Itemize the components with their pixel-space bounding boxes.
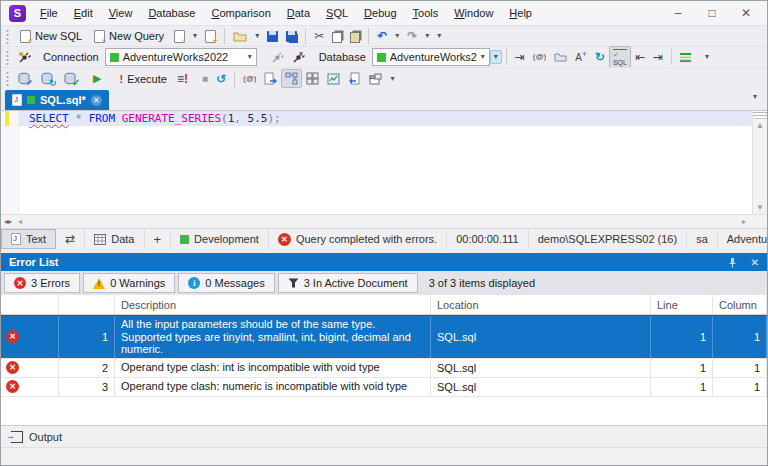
- error-row-2[interactable]: ✕ 2 Operand type clash: int is incompati…: [1, 359, 767, 378]
- filter-warnings-button[interactable]: 0 Warnings: [83, 273, 175, 293]
- maximize-button[interactable]: □: [695, 2, 729, 24]
- run-button[interactable]: ▶: [89, 69, 105, 88]
- close-button[interactable]: ✕: [729, 2, 763, 24]
- error-row-3[interactable]: ✕ 3 Operand type clash: numeric is incom…: [1, 378, 767, 397]
- database-options-dropdown[interactable]: ▾: [490, 50, 502, 64]
- format-sql-button[interactable]: ✓SQL: [609, 46, 631, 69]
- col-number[interactable]: [59, 295, 115, 314]
- menu-data[interactable]: Data: [280, 4, 317, 22]
- new-item-button[interactable]: ✦: [201, 27, 220, 46]
- connect-button[interactable]: [267, 48, 288, 67]
- execute-button[interactable]: ! Execute: [113, 70, 172, 88]
- scroll-right-icon[interactable]: ▸: [742, 217, 746, 226]
- toolbar-grip[interactable]: [5, 71, 10, 86]
- query-plan-button[interactable]: [281, 69, 302, 88]
- history-button[interactable]: ↺: [212, 70, 230, 88]
- bookmarks-button[interactable]: [550, 49, 571, 65]
- import-document-button[interactable]: [344, 69, 365, 88]
- vertical-scrollbar[interactable]: ▲ ▼: [752, 111, 767, 214]
- error-row-1[interactable]: ✕ 1 All the input parameters should be o…: [1, 315, 767, 359]
- tab-close-icon[interactable]: ✕: [91, 95, 102, 106]
- add-view-button[interactable]: +: [145, 229, 172, 249]
- layout-button[interactable]: [302, 69, 323, 88]
- new-window-button[interactable]: [365, 70, 386, 88]
- horizontal-scrollbar[interactable]: ◂▸ ◂ ▸: [1, 214, 767, 228]
- environment-indicator[interactable]: Development: [171, 229, 269, 249]
- swap-view-button[interactable]: ⇄: [56, 229, 85, 249]
- menu-sql[interactable]: SQL: [319, 4, 355, 22]
- col-location[interactable]: Location: [431, 295, 651, 314]
- split-handle-icon[interactable]: ◂▸: [4, 217, 12, 226]
- menu-help[interactable]: Help: [502, 4, 539, 22]
- scroll-down-icon[interactable]: ▼: [756, 203, 764, 212]
- save-all-button[interactable]: [282, 28, 301, 45]
- goto-line-button[interactable]: ⇥: [511, 48, 529, 66]
- stop-button[interactable]: ■: [198, 70, 212, 87]
- format-options-dropdown[interactable]: ▾: [701, 50, 713, 64]
- open-file-button[interactable]: [229, 28, 251, 45]
- new-sql-button[interactable]: ✶ New SQL: [14, 27, 88, 46]
- menu-edit[interactable]: Edit: [67, 4, 100, 22]
- paste-button[interactable]: [346, 27, 364, 46]
- menu-tools[interactable]: Tools: [406, 4, 446, 22]
- change-case-button[interactable]: A+: [571, 47, 591, 66]
- col-icon[interactable]: [1, 295, 59, 314]
- execute-toolbar-options[interactable]: ▾: [386, 72, 398, 86]
- filter-messages-button[interactable]: i 0 Messages: [178, 273, 274, 293]
- col-column[interactable]: Column: [713, 295, 767, 314]
- error-list-titlebar[interactable]: Error List ✕: [1, 253, 767, 271]
- code-line-1[interactable]: SELECT * FROM GENERATE_SERIES(1, 5.5);: [19, 111, 752, 126]
- format-document-button[interactable]: [676, 50, 695, 65]
- view-tab-text[interactable]: Text: [1, 229, 56, 249]
- cut-button[interactable]: ✂: [310, 27, 328, 45]
- open-file-dropdown[interactable]: ▾: [251, 29, 263, 43]
- refresh-button[interactable]: ↻: [591, 48, 609, 66]
- menu-database[interactable]: Database: [141, 4, 202, 22]
- menu-file[interactable]: File: [33, 4, 65, 22]
- decrease-indent-button[interactable]: ⇤: [631, 48, 649, 66]
- new-document-dropdown[interactable]: ▾: [189, 29, 201, 43]
- undo-dropdown[interactable]: ▾: [391, 29, 403, 43]
- redo-button[interactable]: ↷: [403, 27, 421, 45]
- toolbar-grip[interactable]: [5, 50, 10, 65]
- save-button[interactable]: [263, 28, 282, 45]
- output-tab[interactable]: Output: [29, 431, 62, 443]
- tab-sql-document[interactable]: SQL.sql* ✕: [5, 90, 109, 110]
- split-editor-handle[interactable]: [753, 111, 767, 119]
- tab-list-dropdown[interactable]: ▾: [753, 93, 757, 101]
- increase-indent-button[interactable]: ⇥: [649, 48, 667, 66]
- col-description[interactable]: Description: [115, 295, 431, 314]
- query-parameters-button[interactable]: (@): [239, 72, 260, 86]
- new-connection-button[interactable]: [14, 48, 35, 67]
- validate-database-button[interactable]: ✓: [60, 69, 83, 89]
- toolbar-options-dropdown[interactable]: ▾: [433, 29, 445, 43]
- results-view-button[interactable]: [323, 70, 344, 88]
- filter-errors-button[interactable]: ✕ 3 Errors: [4, 273, 80, 293]
- new-document-button[interactable]: ＋: [170, 27, 189, 46]
- col-line[interactable]: Line: [651, 295, 713, 314]
- menu-window[interactable]: Window: [447, 4, 500, 22]
- menu-debug[interactable]: Debug: [357, 4, 403, 22]
- minimize-button[interactable]: –: [661, 2, 695, 24]
- undo-button[interactable]: ↶: [373, 27, 391, 45]
- new-query-button[interactable]: ＋ New Query: [88, 27, 170, 46]
- pin-icon[interactable]: [728, 257, 737, 268]
- scroll-left-icon[interactable]: ◂: [18, 217, 22, 226]
- filter-active-document-button[interactable]: 3 In Active Document: [278, 273, 418, 293]
- redo-dropdown[interactable]: ▾: [421, 29, 433, 43]
- menu-comparison[interactable]: Comparison: [204, 4, 277, 22]
- panel-close-icon[interactable]: ✕: [751, 257, 759, 268]
- scroll-up-icon[interactable]: ▲: [756, 121, 764, 130]
- sql-editor[interactable]: SELECT * FROM GENERATE_SERIES(1, 5.5); ▲…: [1, 110, 767, 214]
- edit-parameters-button[interactable]: (@): [529, 50, 550, 64]
- menu-view[interactable]: View: [102, 4, 140, 22]
- edit-database-button[interactable]: [14, 69, 37, 89]
- disconnect-button[interactable]: x: [288, 48, 309, 67]
- refresh-database-button[interactable]: ↻: [37, 69, 60, 89]
- execute-script-button[interactable]: ≡!: [173, 70, 192, 88]
- copy-button[interactable]: [328, 27, 346, 46]
- attach-document-button[interactable]: [260, 69, 281, 88]
- code-area[interactable]: SELECT * FROM GENERATE_SERIES(1, 5.5);: [19, 111, 752, 214]
- toolbar-grip[interactable]: [5, 29, 10, 44]
- database-combobox[interactable]: AdventureWorks20... ▾: [372, 48, 490, 66]
